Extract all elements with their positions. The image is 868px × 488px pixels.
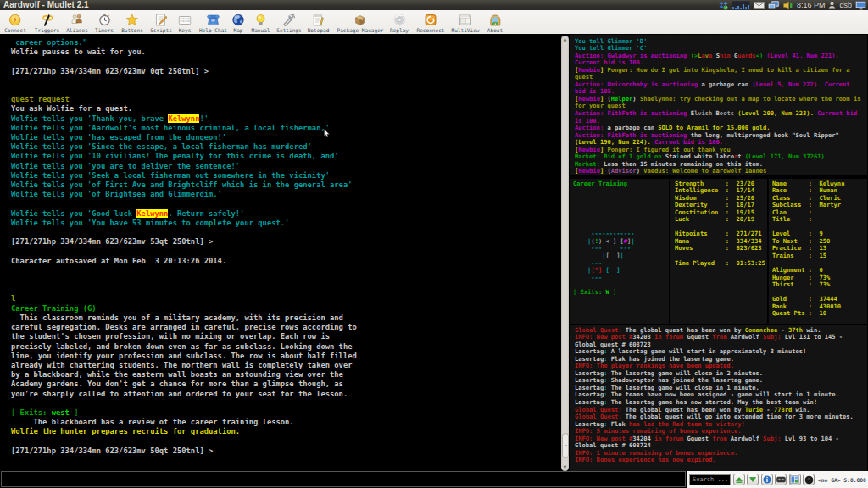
network-tray-icon[interactable] bbox=[768, 1, 780, 10]
about-icon bbox=[489, 14, 502, 26]
console-line: INFO: Bonus experience has now expired. bbox=[575, 457, 854, 464]
console-line bbox=[11, 199, 357, 208]
console-line: Moves : 623/623 bbox=[675, 245, 765, 252]
console-line: Character autosaved at Mon Feb 3 20:13:2… bbox=[11, 257, 357, 266]
status-bar: Search ... <no GA> S:0.000 bbox=[687, 471, 868, 488]
mute-button[interactable] bbox=[803, 474, 815, 485]
console-line: Wolfie tells you 'of First Ave and Brigh… bbox=[11, 180, 357, 190]
toolbar-item-map[interactable]: Map bbox=[232, 10, 245, 33]
stats-attrs-console[interactable]: Strength : 23/20Intelligence : 17/14Wisd… bbox=[675, 180, 765, 268]
console-line: Auction: FithFath is auctioning Elvish B… bbox=[575, 110, 860, 118]
console-line: careful segregation. Desks are arranged … bbox=[11, 323, 357, 332]
search-input[interactable]: Search ... bbox=[689, 474, 731, 485]
toolbar-item-label: Triggers bbox=[35, 27, 59, 33]
helpchat-icon bbox=[207, 14, 220, 26]
console-line bbox=[11, 275, 357, 285]
map-icon bbox=[232, 14, 245, 26]
toolbar-item-scripts[interactable]: Scripts bbox=[150, 10, 172, 33]
toolbar-item-label: Scripts bbox=[150, 27, 172, 33]
console-line bbox=[573, 209, 635, 217]
toolbar-item-connect[interactable]: Connect bbox=[4, 10, 26, 33]
keys-icon bbox=[179, 14, 192, 26]
toolbar-item-label: About bbox=[487, 27, 503, 33]
user-tray-icon[interactable] bbox=[828, 1, 836, 9]
search-up-button[interactable] bbox=[733, 474, 745, 485]
toolbar-item-triggers[interactable]: Triggers bbox=[35, 10, 59, 33]
console-line: Career Training bbox=[573, 180, 635, 188]
toolbar-item-timers[interactable]: Timers bbox=[95, 10, 114, 33]
dropbox-tray-icon[interactable] bbox=[719, 1, 728, 10]
console-line bbox=[11, 247, 357, 256]
toolbar-item-manual[interactable]: Manual bbox=[251, 10, 270, 33]
stats-info-console[interactable]: Name : KelwynnRace : HumanClass : Cleric… bbox=[772, 180, 844, 318]
toolbar-item-aliases[interactable]: Aliases bbox=[66, 10, 88, 33]
toolbar-item-helpchat[interactable]: Help Chat bbox=[199, 10, 227, 33]
toolbar-item-notepad[interactable]: Notepad bbox=[308, 10, 330, 33]
console-line: precisely labeled, and broken down even … bbox=[11, 342, 357, 352]
console-line bbox=[11, 285, 357, 294]
console-line: Wolfie pauses to wait for you. bbox=[11, 47, 357, 57]
console-line: Wolfie tells you 'has escaped from the d… bbox=[11, 133, 357, 142]
console-line: Wolfie tells you 'You have 53 minutes to… bbox=[11, 219, 357, 228]
console-line: quest request bbox=[11, 95, 357, 104]
toolbar-item-label: Map bbox=[233, 27, 242, 33]
toolbar-item-reconnect[interactable]: Reconnect bbox=[416, 10, 444, 33]
console-line bbox=[11, 86, 357, 95]
console-line: [271/271hp 334/334mn 623/623mv 53qt 250t… bbox=[11, 237, 357, 247]
console-line: the student's chosen profession, with no… bbox=[11, 332, 357, 341]
toolbar-item-replay[interactable]: Replay bbox=[390, 10, 409, 33]
title-bar: Aardwolf - Mudlet 2.1 8:16 PM dsb bbox=[0, 0, 868, 10]
console-line: Career Training (G) bbox=[11, 304, 357, 313]
aliases-icon bbox=[71, 14, 84, 26]
toolbar-item-multiview[interactable]: MultiView bbox=[451, 10, 479, 33]
username[interactable]: dsb bbox=[839, 0, 852, 10]
console-line: You ask Wolfie for a quest. bbox=[11, 104, 357, 114]
command-input[interactable] bbox=[1, 471, 686, 487]
toolbar-item-label: Manual bbox=[251, 27, 270, 33]
quest-console[interactable]: Global Quest: The global quest has been … bbox=[575, 327, 854, 464]
toolbar-item-buttons[interactable]: Buttons bbox=[121, 10, 143, 33]
system-tray: 8:16 PM dsb bbox=[719, 0, 868, 10]
console-line: [ Exits: west ] bbox=[11, 408, 357, 418]
toolbar-item-settings[interactable]: Settings bbox=[276, 10, 301, 33]
replay-icon bbox=[392, 14, 405, 26]
toolbar-item-label: Buttons bbox=[121, 27, 143, 33]
main-scrollbar[interactable]: ▲ ▼ bbox=[561, 36, 569, 471]
scrollbar-thumb[interactable] bbox=[562, 433, 569, 458]
toolbar-item-label: MultiView bbox=[451, 27, 479, 33]
console-line: you're sharply called to attention and o… bbox=[11, 390, 357, 399]
main-console[interactable]: career options."Wolfie pauses to wait fo… bbox=[11, 38, 357, 456]
toolbar-item-label: Keys bbox=[179, 27, 192, 33]
system-monitor-tray-icon[interactable] bbox=[732, 1, 750, 10]
mouse-cursor bbox=[324, 125, 331, 141]
search-down-button[interactable] bbox=[747, 474, 759, 485]
display-tray-icon[interactable] bbox=[855, 1, 866, 10]
keyboard-button[interactable] bbox=[775, 474, 787, 485]
toolbar-item-package[interactable]: Package Manager bbox=[337, 10, 383, 33]
console-line bbox=[11, 76, 357, 86]
console-line: Wolfie the hunter prepares recruits for … bbox=[11, 427, 357, 436]
console-line: [271/271hp 334/334mn 623/623mv 0qt 250tn… bbox=[11, 67, 357, 76]
triggers-icon bbox=[41, 14, 53, 26]
scroll-down-icon[interactable]: ▼ bbox=[561, 464, 569, 470]
mail-tray-icon[interactable] bbox=[754, 2, 765, 9]
console-line bbox=[11, 437, 357, 446]
console-line: [Newbie] (Advisor) Vaedus: Welcome to aa… bbox=[575, 168, 860, 175]
console-line: line, you identify your profession and s… bbox=[11, 352, 357, 361]
console-line bbox=[573, 187, 635, 195]
console-line: [Newbie] Ponger: How do I get into Kings… bbox=[575, 67, 860, 75]
info-button[interactable] bbox=[761, 474, 773, 485]
console-line bbox=[11, 266, 357, 275]
clock[interactable]: 8:16 PM bbox=[797, 0, 826, 10]
console-line: already with chattering students. The no… bbox=[11, 361, 357, 370]
console-line: Wolfie tells you 'of Brightsea and Glimm… bbox=[11, 190, 357, 199]
toolbar-item-about[interactable]: About bbox=[487, 10, 503, 33]
toolbar-item-keys[interactable]: Keys bbox=[179, 10, 192, 33]
multi-window-button[interactable] bbox=[789, 474, 801, 485]
volume-tray-icon[interactable] bbox=[783, 1, 793, 10]
console-line bbox=[11, 57, 357, 66]
scroll-up-icon[interactable]: ▲ bbox=[561, 36, 569, 42]
toolbar-item-label: Connect bbox=[4, 27, 26, 33]
stats-map-console[interactable]: Career Training ------------ |(!) < ] [#… bbox=[573, 180, 635, 297]
chat-console[interactable]: You tell Glimmer 'D'You tell Glimmer 'C'… bbox=[575, 38, 860, 175]
